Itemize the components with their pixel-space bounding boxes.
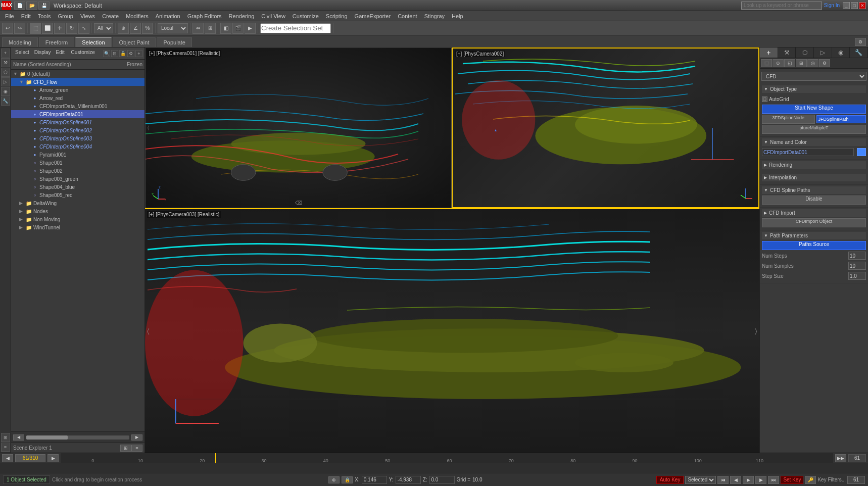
prev-key-btn[interactable]: ◀ xyxy=(730,476,741,484)
mirror-btn[interactable]: ⇔ xyxy=(192,23,204,34)
menu-edit[interactable]: Edit xyxy=(18,13,34,20)
rp-spline-path-input[interactable]: JFDSplinePath xyxy=(816,115,866,123)
timeline-play-btn[interactable]: ▶▶ xyxy=(835,454,846,462)
rp-interpolation-header[interactable]: ▶ Interpolation xyxy=(762,174,866,181)
viewport-3[interactable]: [+] [PhysCamera003] [Realistic] 〈 〉 xyxy=(145,209,759,453)
menu-scripting[interactable]: Scripting xyxy=(323,13,351,20)
motion-icon[interactable]: ▷ xyxy=(1,77,10,86)
frame-number-display[interactable]: 61 xyxy=(847,476,865,484)
tab-config-btn[interactable]: ⚙ xyxy=(855,38,866,46)
rp-disable-btn[interactable]: Disable xyxy=(762,196,866,205)
expand-windtunnel[interactable]: ▶ xyxy=(19,225,24,230)
sign-in-btn[interactable]: Sign In xyxy=(824,3,840,8)
hierarchy-icon[interactable]: ⬡ xyxy=(1,68,10,77)
rp-subtab-1[interactable]: ⬚ xyxy=(761,59,772,67)
coord-select[interactable]: Local World xyxy=(158,23,188,33)
rp-subtab-5[interactable]: ◎ xyxy=(807,59,818,67)
tree-item-cfd-millenium[interactable]: ● CFDImportData_Millenium001 xyxy=(11,102,144,110)
rp-path-params-header[interactable]: ▼ Path Parameters xyxy=(762,232,866,239)
new-btn[interactable]: 📄 xyxy=(14,2,25,10)
menu-game-exporter[interactable]: GameExporter xyxy=(352,13,394,20)
modify-icon[interactable]: ⚒ xyxy=(1,58,10,67)
menu-graph-editors[interactable]: Graph Editors xyxy=(184,13,225,20)
tree-item-shape005[interactable]: ○ Shape005_red xyxy=(11,191,144,199)
menu-animation[interactable]: Animation xyxy=(153,13,183,20)
rp-tab-display[interactable]: ◉ xyxy=(832,47,850,58)
tree-item-nodes[interactable]: ▶ 📁 Nodes xyxy=(11,207,144,215)
tree-item-shape003[interactable]: ○ Shape003_green xyxy=(11,175,144,183)
rp-name-color-header[interactable]: ▼ Name and Color xyxy=(762,138,866,146)
tab-populate[interactable]: Populate xyxy=(157,37,191,47)
scene-scroll-left[interactable]: ◀ xyxy=(13,434,24,441)
minimize-btn[interactable]: _ xyxy=(843,2,850,9)
rp-cfd-import-header[interactable]: ▶ CFD Import xyxy=(762,209,866,217)
rp-cfd-spline-header[interactable]: ▼ CFD Spline Paths xyxy=(762,186,866,194)
tree-item-shape004[interactable]: ○ Shape004_blue xyxy=(11,183,144,191)
rp-cfd-dropdown[interactable]: CFD xyxy=(761,72,866,81)
timeline-nav-right[interactable]: ▶ xyxy=(47,454,59,462)
tab-object-paint[interactable]: Object Paint xyxy=(113,37,156,47)
expand-nodes[interactable]: ▶ xyxy=(19,209,24,214)
menu-rendering[interactable]: Rendering xyxy=(226,13,258,20)
tree-item-spline004[interactable]: ● CFDInterpOnSpline004 xyxy=(11,142,144,151)
rp-tab-modify[interactable]: ⚒ xyxy=(778,47,796,58)
scene-search-icon[interactable]: 🔍 xyxy=(103,50,110,57)
timeline-frame-input[interactable]: 61 xyxy=(848,454,866,462)
tree-item-cfd-flow[interactable]: ▼ 📁 CFD_Flow xyxy=(11,78,144,86)
rp-subtab-2[interactable]: ⊙ xyxy=(773,59,784,67)
select-region-btn[interactable]: ⬜ xyxy=(42,23,53,34)
angle-snap[interactable]: ∠ xyxy=(130,23,141,34)
close-btn[interactable]: ✕ xyxy=(859,2,866,9)
tree-item-spline003[interactable]: ● CFDInterpOnSpline003 xyxy=(11,134,144,142)
menu-create[interactable]: Create xyxy=(99,13,122,20)
rotate-btn[interactable]: ↻ xyxy=(66,23,77,34)
menu-help[interactable]: Help xyxy=(449,13,466,20)
tree-item-arrow-green[interactable]: ● Arrow_green xyxy=(11,86,144,94)
rp-paths-source-btn[interactable]: Paths Source xyxy=(762,241,866,250)
snap-icon[interactable]: ⊕ xyxy=(328,476,340,483)
z-value[interactable]: 0.0 xyxy=(429,476,455,484)
tab-freeform[interactable]: Freeform xyxy=(39,37,75,47)
move-btn[interactable]: ✛ xyxy=(54,23,65,34)
undo-btn[interactable]: ↩ xyxy=(2,23,13,34)
rp-autogrid-checkbox[interactable]: □ xyxy=(762,96,767,102)
tree-item-arrow-red[interactable]: ● Arrow_red xyxy=(11,94,144,102)
rp-num-samples-input[interactable] xyxy=(848,262,866,270)
scene-lock-icon[interactable]: 🔒 xyxy=(119,50,126,57)
key-filter-icon[interactable]: 🔑 xyxy=(805,476,816,484)
filter-select[interactable]: All xyxy=(94,23,113,33)
scale-btn[interactable]: ⤡ xyxy=(78,23,89,34)
rp-name-input[interactable] xyxy=(762,148,854,156)
rp-num-steps-input[interactable] xyxy=(848,252,866,260)
tree-item-spline001[interactable]: ● CFDInterpOnSpline001 xyxy=(11,118,144,126)
menu-civil-view[interactable]: Civil View xyxy=(258,13,288,20)
menu-customize[interactable]: Customize xyxy=(290,13,322,20)
scene-edit-btn[interactable]: Edit xyxy=(54,49,68,58)
rp-object-type-header[interactable]: ▼ Object Type xyxy=(762,85,866,93)
vp3-nav-left[interactable]: 〈 xyxy=(147,327,150,335)
display-icon[interactable]: ◉ xyxy=(1,87,10,96)
autokey-btn[interactable]: Auto Key xyxy=(656,476,684,484)
menu-group[interactable]: Group xyxy=(55,13,76,20)
tree-item-cfd-import001[interactable]: ● CFDImportData001 xyxy=(11,110,144,118)
material-editor-btn[interactable]: ◧ xyxy=(220,23,231,34)
rp-cfd-import-obj-btn[interactable]: CFDImport Object xyxy=(762,218,866,227)
key-filters-label[interactable]: Key Filters... xyxy=(817,477,846,482)
expand-world[interactable]: ▼ xyxy=(13,71,18,76)
next-frame-btn[interactable]: ⏭ xyxy=(768,476,779,484)
tab-modeling[interactable]: Modeling xyxy=(2,37,38,47)
rp-color-swatch[interactable] xyxy=(857,148,866,156)
timeline-nav-left[interactable]: ◀ xyxy=(2,454,13,462)
scene-explorer-grid-btn[interactable]: ⊞ xyxy=(120,445,131,452)
menu-views[interactable]: Views xyxy=(77,13,98,20)
rp-rendering-header[interactable]: ▶ Rendering xyxy=(762,161,866,169)
rp-tab-create[interactable]: + xyxy=(760,47,778,58)
scene-add-icon[interactable]: + xyxy=(135,50,142,57)
expand-cfd-flow[interactable]: ▼ xyxy=(19,79,24,84)
open-btn[interactable]: 📂 xyxy=(26,2,37,10)
search-input[interactable] xyxy=(741,2,822,10)
rp-capture-btn[interactable]: ptureMultipleT xyxy=(762,125,866,134)
menu-content[interactable]: Content xyxy=(395,13,420,20)
rp-subtab-4[interactable]: ⊞ xyxy=(796,59,807,67)
x-value[interactable]: 0.146 xyxy=(362,476,387,484)
